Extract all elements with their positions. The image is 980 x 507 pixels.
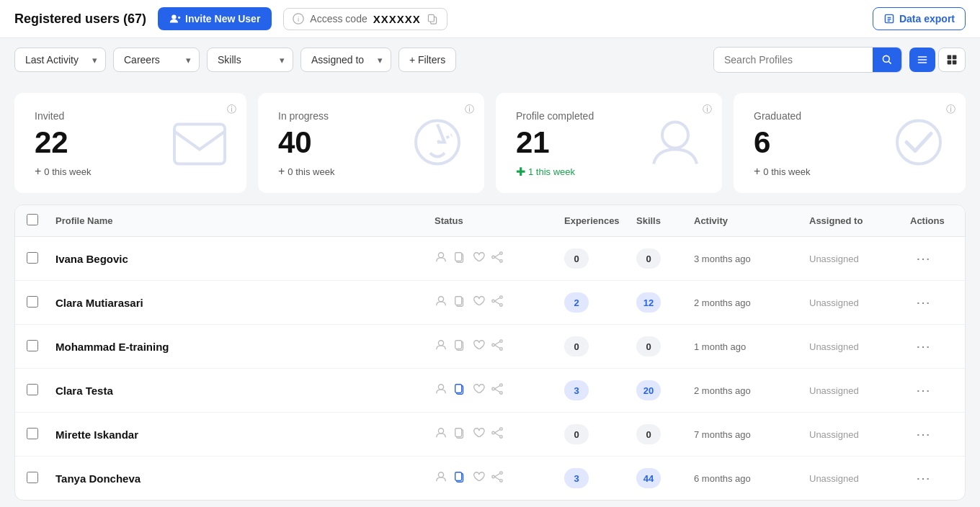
row-actions-button[interactable]: ⋯ bbox=[910, 467, 936, 490]
svg-rect-43 bbox=[455, 341, 462, 349]
svg-rect-67 bbox=[455, 472, 462, 481]
profile-name: Clara Mutiarasari bbox=[55, 297, 435, 309]
svg-rect-13 bbox=[918, 56, 927, 58]
page-title: Registered users (67) bbox=[14, 12, 146, 27]
experiences-badge: 3 bbox=[564, 468, 589, 488]
svg-line-40 bbox=[494, 301, 499, 305]
svg-line-71 bbox=[494, 474, 499, 477]
row-actions-button[interactable]: ⋯ bbox=[910, 247, 936, 270]
table-body: Ivana Begovic 0 0 3 months ago Unassigne… bbox=[15, 237, 965, 500]
svg-line-63 bbox=[494, 430, 499, 434]
row-actions-button[interactable]: ⋯ bbox=[910, 335, 936, 358]
svg-point-69 bbox=[492, 475, 495, 478]
row-actions-button[interactable]: ⋯ bbox=[910, 423, 936, 446]
table-row: Tanya Doncheva 3 44 6 months ago Unassig… bbox=[15, 457, 965, 500]
svg-point-23 bbox=[662, 122, 688, 148]
grid-view-button[interactable] bbox=[938, 48, 966, 72]
col-skills: Skills bbox=[636, 215, 694, 226]
row-checkbox-3[interactable] bbox=[27, 384, 38, 395]
col-assigned-to: Assigned to bbox=[809, 215, 910, 226]
search-button[interactable] bbox=[873, 48, 901, 72]
search-input[interactable] bbox=[714, 48, 873, 71]
person-icon bbox=[435, 338, 447, 354]
last-activity-filter[interactable]: Last Activity bbox=[14, 48, 106, 72]
careers-filter[interactable]: Careers bbox=[113, 48, 200, 72]
activity-text: 1 month ago bbox=[694, 341, 809, 352]
col-profile-name: Profile Name bbox=[55, 215, 435, 226]
select-all-checkbox[interactable] bbox=[27, 214, 38, 225]
heart-icon bbox=[472, 295, 485, 310]
assigned-to-filter[interactable]: Assigned to bbox=[300, 48, 391, 72]
assigned-to-text: Unassigned bbox=[809, 385, 910, 396]
row-actions-button[interactable]: ⋯ bbox=[910, 379, 936, 402]
svg-point-25 bbox=[438, 253, 443, 258]
col-status: Status bbox=[435, 215, 564, 226]
access-code-value: XXXXXX bbox=[373, 13, 421, 25]
data-export-button[interactable]: Data export bbox=[873, 7, 966, 30]
profile-name: Clara Testa bbox=[55, 385, 435, 397]
svg-point-28 bbox=[500, 252, 503, 255]
svg-line-55 bbox=[494, 386, 499, 390]
experiences-badge: 3 bbox=[564, 380, 589, 400]
svg-line-47 bbox=[494, 342, 499, 346]
profile-name: Mohammad E-training bbox=[55, 341, 435, 353]
col-experiences: Experiences bbox=[564, 215, 636, 226]
row-actions-button[interactable]: ⋯ bbox=[910, 291, 936, 314]
svg-point-53 bbox=[492, 387, 495, 390]
table-row: Clara Testa 3 20 2 months ago Unassigned bbox=[15, 369, 965, 413]
svg-line-64 bbox=[494, 433, 499, 436]
filters-button[interactable]: + Filters bbox=[398, 48, 456, 72]
heart-icon bbox=[472, 251, 485, 266]
row-checkbox-5[interactable] bbox=[27, 472, 38, 483]
svg-line-32 bbox=[494, 257, 499, 261]
profile-name: Ivana Begovic bbox=[55, 253, 435, 265]
skills-badge: 0 bbox=[636, 336, 661, 356]
experiences-badge: 0 bbox=[564, 248, 589, 269]
copy-doc-icon bbox=[453, 251, 466, 266]
svg-text:i: i bbox=[298, 15, 299, 23]
activity-text: 2 months ago bbox=[694, 385, 809, 396]
heart-icon bbox=[472, 382, 485, 398]
row-checkbox-1[interactable] bbox=[27, 296, 38, 308]
svg-point-62 bbox=[500, 436, 503, 439]
stat-card-invited: ⓘ Invited 22 + 0 this week bbox=[14, 93, 246, 193]
skills-filter[interactable]: Skills bbox=[207, 48, 293, 72]
heart-icon bbox=[472, 338, 485, 354]
table-row: Mohammad E-training 0 0 1 month ago Unas… bbox=[15, 325, 965, 369]
experiences-badge: 0 bbox=[564, 424, 589, 444]
row-checkbox-2[interactable] bbox=[27, 340, 38, 351]
person-icon bbox=[435, 382, 447, 398]
svg-rect-14 bbox=[918, 59, 927, 60]
svg-point-54 bbox=[500, 392, 503, 395]
share-icon bbox=[491, 382, 504, 398]
svg-rect-35 bbox=[455, 297, 462, 305]
export-icon bbox=[883, 13, 895, 24]
copy-icon[interactable] bbox=[427, 13, 438, 24]
svg-point-37 bbox=[492, 300, 495, 302]
assigned-to-text: Unassigned bbox=[809, 341, 910, 352]
table-row: Ivana Begovic 0 0 3 months ago Unassigne… bbox=[15, 237, 965, 281]
activity-text: 2 months ago bbox=[694, 297, 809, 308]
users-table: Profile Name Status Experiences Skills A… bbox=[14, 205, 966, 501]
person-icon bbox=[435, 426, 447, 442]
row-checkbox-0[interactable] bbox=[27, 252, 38, 264]
svg-point-45 bbox=[492, 344, 495, 346]
invite-new-user-button[interactable]: Invite New User bbox=[158, 7, 272, 30]
stat-card-graduated: ⓘ Graduated 6 + 0 this week bbox=[734, 93, 966, 193]
list-view-button[interactable] bbox=[909, 48, 935, 72]
invite-icon bbox=[169, 13, 181, 24]
stat-icon bbox=[643, 109, 708, 176]
row-checkbox-4[interactable] bbox=[27, 428, 38, 439]
svg-rect-19 bbox=[953, 60, 957, 65]
svg-point-46 bbox=[500, 348, 503, 351]
share-icon bbox=[491, 470, 504, 486]
svg-rect-15 bbox=[918, 62, 927, 63]
stats-row: ⓘ Invited 22 + 0 this week ⓘ In progress… bbox=[0, 81, 980, 205]
svg-rect-6 bbox=[428, 14, 434, 22]
table-row: Mirette Iskandar 0 0 7 months ago Unassi… bbox=[15, 413, 965, 457]
svg-line-31 bbox=[494, 254, 499, 258]
svg-point-38 bbox=[500, 304, 503, 307]
svg-line-72 bbox=[494, 477, 499, 480]
share-icon bbox=[491, 426, 504, 442]
stat-icon bbox=[167, 109, 232, 176]
